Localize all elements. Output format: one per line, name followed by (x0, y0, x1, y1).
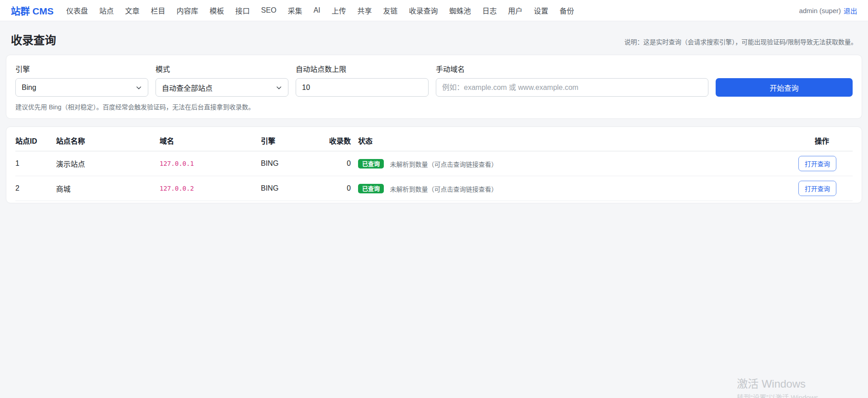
limit-input[interactable] (296, 78, 429, 97)
nav-item-spider-pool[interactable]: 蜘蛛池 (449, 5, 471, 16)
chevron-down-icon (276, 84, 282, 91)
col-header-count: 收录数 (329, 130, 358, 151)
cell-site-name: 演示站点 (56, 151, 160, 176)
logout-link[interactable]: 退出 (844, 6, 857, 15)
queried-status-badge: 已查询 (358, 159, 384, 169)
engine-field: 引擎 Bing (15, 63, 148, 97)
manual-domain-input[interactable] (436, 78, 708, 97)
cell-status: 已查询 未解析到数量（可点击查询链接查看） (358, 151, 785, 176)
limit-label: 自动站点数上限 (296, 63, 429, 74)
domain-code: 127.0.0.2 (160, 185, 194, 192)
col-header-site-name: 站点名称 (56, 130, 160, 151)
navbar-user-area: admin (super) 退出 (799, 6, 857, 15)
nav-item-dashboard[interactable]: 仪表盘 (66, 5, 88, 16)
open-query-button[interactable]: 打开查询 (798, 156, 836, 171)
nav-item-index-query[interactable]: 收录查询 (409, 5, 438, 16)
nav-item-users[interactable]: 用户 (508, 5, 523, 16)
cell-domain: 127.0.0.1 (160, 151, 261, 176)
cell-site-id: 2 (15, 176, 56, 201)
domain-code: 127.0.0.1 (160, 160, 194, 167)
nav-item-articles[interactable]: 文章 (125, 5, 140, 16)
cell-engine: BING (261, 151, 329, 176)
page-header: 收录查询 说明：这是实时查询（会请求搜索引擎），可能出现验证码/限制导致无法获取… (0, 21, 868, 55)
cell-site-name: 商城 (56, 176, 160, 201)
app-logo[interactable]: 站群 CMS (11, 4, 54, 17)
status-detail-text: 未解析到数量（可点击查询链接查看） (390, 185, 497, 192)
nav-item-api[interactable]: 接口 (236, 5, 250, 16)
current-user-label: admin (super) (799, 7, 841, 14)
mode-select-value: 自动查全部站点 (162, 82, 212, 93)
nav-item-settings[interactable]: 设置 (534, 5, 548, 16)
results-table-card: 站点ID 站点名称 域名 引擎 收录数 状态 操作 1 演示站点 127.0.0… (6, 126, 862, 203)
cell-engine: BING (261, 176, 329, 201)
cell-count: 0 (329, 151, 358, 176)
col-header-domain: 域名 (160, 130, 261, 151)
submit-wrap: 开始查询 (716, 78, 853, 97)
nav-item-upload[interactable]: 上传 (332, 5, 346, 16)
nav-item-sites[interactable]: 站点 (99, 5, 114, 16)
nav-item-collect[interactable]: 采集 (288, 5, 302, 16)
cell-status: 已查询 未解析到数量（可点击查询链接查看） (358, 176, 785, 201)
table-row: 2 商城 127.0.0.2 BING 0 已查询 未解析到数量（可点击查询链接… (15, 176, 853, 201)
manual-domain-field: 手动域名 (436, 63, 708, 97)
query-form: 引擎 Bing 模式 自动查全部站点 自动站点数上限 手动域名 (15, 63, 853, 97)
nav-item-logs[interactable]: 日志 (482, 5, 497, 16)
page-title: 收录查询 (11, 31, 56, 47)
engine-label: 引擎 (15, 63, 148, 74)
windows-activation-watermark: 激活 Windows 转到“设置”以激活 Windows。 (737, 375, 825, 398)
limit-field: 自动站点数上限 (296, 63, 429, 97)
col-header-action: 操作 (785, 130, 853, 151)
nav-item-friend-links[interactable]: 友链 (383, 5, 398, 16)
nav-item-templates[interactable]: 模板 (210, 5, 224, 16)
form-hint: 建议优先用 Bing（相对稳定）。百度经常会触发验证码，无法在后台直接拿到收录数… (15, 102, 853, 111)
nav-item-categories[interactable]: 栏目 (151, 5, 165, 16)
watermark-subtitle: 转到“设置”以激活 Windows。 (737, 392, 825, 398)
nav-item-content-lib[interactable]: 内容库 (177, 5, 198, 16)
top-navbar: 站群 CMS 仪表盘 站点 文章 栏目 内容库 模板 接口 SEO 采集 AI … (0, 0, 868, 21)
main-menu: 仪表盘 站点 文章 栏目 内容库 模板 接口 SEO 采集 AI 上传 共享 友… (66, 5, 787, 16)
nav-item-ai[interactable]: AI (313, 6, 320, 14)
nav-item-seo[interactable]: SEO (261, 6, 277, 14)
cell-action: 打开查询 (785, 151, 853, 176)
col-header-status: 状态 (358, 130, 785, 151)
manual-domain-label: 手动域名 (436, 63, 708, 74)
engine-select-value: Bing (22, 84, 36, 92)
cell-domain: 127.0.0.2 (160, 176, 261, 201)
cell-count: 0 (329, 176, 358, 201)
table-header-row: 站点ID 站点名称 域名 引擎 收录数 状态 操作 (15, 130, 853, 151)
mode-select[interactable]: 自动查全部站点 (156, 78, 288, 97)
mode-label: 模式 (156, 63, 288, 74)
queried-status-badge: 已查询 (358, 184, 384, 193)
status-detail-text: 未解析到数量（可点击查询链接查看） (390, 160, 497, 168)
nav-item-share[interactable]: 共享 (358, 5, 372, 16)
start-query-button[interactable]: 开始查询 (716, 78, 853, 97)
results-table: 站点ID 站点名称 域名 引擎 收录数 状态 操作 1 演示站点 127.0.0… (15, 130, 853, 201)
mode-field: 模式 自动查全部站点 (156, 63, 288, 97)
cell-action: 打开查询 (785, 176, 853, 201)
nav-item-backup[interactable]: 备份 (560, 5, 574, 16)
col-header-engine: 引擎 (261, 130, 329, 151)
watermark-title: 激活 Windows (737, 375, 825, 391)
table-row: 1 演示站点 127.0.0.1 BING 0 已查询 未解析到数量（可点击查询… (15, 151, 853, 176)
open-query-button[interactable]: 打开查询 (798, 181, 836, 196)
chevron-down-icon (136, 84, 142, 91)
cell-site-id: 1 (15, 151, 56, 176)
query-form-card: 引擎 Bing 模式 自动查全部站点 自动站点数上限 手动域名 (6, 55, 862, 119)
engine-select[interactable]: Bing (15, 78, 148, 97)
page-note: 说明：这是实时查询（会请求搜索引擎），可能出现验证码/限制导致无法获取数量。 (624, 37, 857, 47)
col-header-site-id: 站点ID (15, 130, 56, 151)
